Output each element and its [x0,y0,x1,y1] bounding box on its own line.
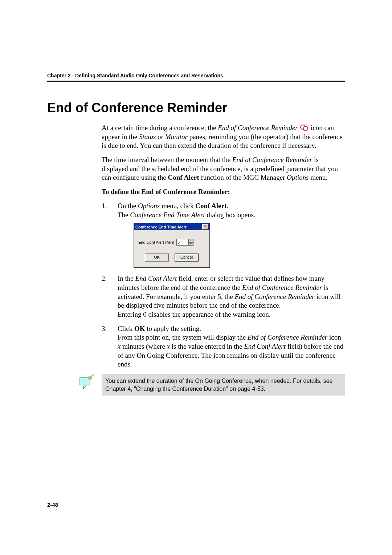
interval-paragraph: The time interval between the moment tha… [102,155,345,182]
spinner-arrows[interactable]: ▲ ▼ [188,239,193,246]
text: is the value entered in the [170,343,244,350]
spinner-up-icon[interactable]: ▲ [188,239,193,242]
procedure-steps: On the Options menu, click Conf Alert. T… [102,202,345,369]
text: From this point on, the system will disp… [118,333,248,341]
term-ok: OK [134,325,145,332]
term-options: Options [287,174,309,181]
chapter-header: Chapter 2 - Defining Standard Audio Only… [47,73,345,81]
text: . [226,202,228,210]
note-callout: You can extend the duration of the On Go… [78,374,345,396]
header-rule [47,81,345,82]
text: In the [118,275,135,282]
term-conf-alert: Conf Alert [168,174,199,181]
text: minutes (where [121,343,167,350]
term-end-of-conference-reminder: End of Conference Reminder [248,333,327,341]
text: On the [118,202,138,210]
note-icon [78,374,95,392]
text: to apply the setting. [145,325,201,332]
text: icon [327,333,341,341]
close-icon[interactable]: × [202,224,208,230]
term-end-of-conference-reminder: End of Conference Reminder [234,293,314,300]
text: dialog box opens. [205,211,256,219]
procedure-heading: To define the End of Conference Reminder… [102,187,345,197]
section-title: End of Conference Reminder [47,100,345,116]
step-3: Click OK to apply the setting. From this… [102,324,345,369]
end-conf-alert-label: End Conf Alert (Min) [138,240,174,245]
text: At a certain time during a conference, t… [102,124,218,131]
svg-marker-0 [80,378,90,389]
text: menu, click [160,202,195,210]
step-1: On the Options menu, click Conf Alert. T… [102,202,345,268]
text: Entering 0 disables the appearance of th… [118,311,271,318]
svg-line-2 [91,374,94,377]
term-end-of-conference-reminder: End of Conference Reminder [218,124,298,131]
term-conference-end-time-alert: Conference End Time Alert [130,211,205,219]
page-number: 2-48 [47,502,58,508]
text: function of the MGC Manager [199,174,287,181]
conference-end-time-alert-dialog: Conference End Time Alert × End Conf Ale… [134,223,210,268]
end-conf-alert-row: End Conf Alert (Min) 5 ▲ ▼ [138,239,205,246]
term-status: Status [139,133,156,141]
spinner-down-icon[interactable]: ▼ [188,242,193,246]
term-end-conf-alert: End Conf Alert [244,343,286,350]
page: Chapter 2 - Defining Standard Audio Only… [0,0,392,555]
text: The time interval between the moment tha… [102,156,232,163]
text: or [156,133,165,141]
text: The [118,211,130,219]
term-monitor: Monitor [165,133,188,141]
intro-paragraph: At a certain time during a conference, t… [102,123,345,150]
step-2: In the End Conf Alert field, enter or se… [102,274,345,319]
dialog-title: Conference End Time Alert [135,224,187,230]
term-end-of-conference-reminder: End of Conference Reminder [242,284,322,291]
text: menu. [309,174,327,181]
term-end-of-conference-reminder: End of Conference Reminder [232,156,312,163]
end-conf-alert-value[interactable]: 5 [176,239,188,246]
dialog-button-row: OK Cancel [138,254,205,262]
cancel-button[interactable]: Cancel [175,254,199,262]
term-end-conf-alert: End Conf Alert [135,275,177,282]
content-area: At a certain time during a conference, t… [102,123,345,396]
dialog-body: End Conf Alert (Min) 5 ▲ ▼ OK [134,230,209,267]
term-options: Options [138,202,160,210]
note-text: You can extend the duration of the On Go… [102,374,345,396]
end-of-conference-reminder-icon [299,125,309,133]
dialog-titlebar: Conference End Time Alert × [134,223,209,230]
end-conf-alert-spinner[interactable]: 5 ▲ ▼ [176,239,193,246]
var-x: x [167,343,170,350]
ok-button[interactable]: OK [145,254,169,262]
text: Click [118,325,134,332]
term-conf-alert: Conf Alert [195,202,226,210]
